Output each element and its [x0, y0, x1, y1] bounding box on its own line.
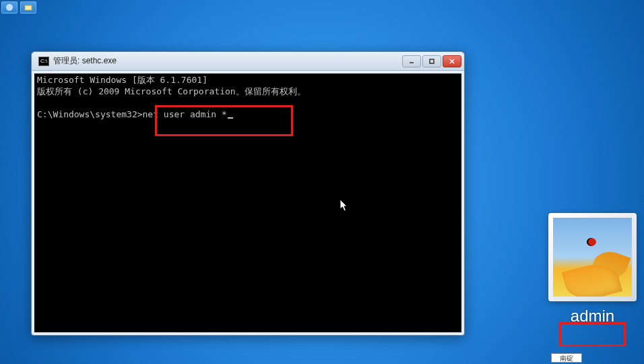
cmd-icon: C:\	[38, 57, 49, 66]
titlebar[interactable]: C:\ 管理员: sethc.exe	[32, 52, 464, 71]
user-tile[interactable]: admin	[548, 213, 637, 326]
minimize-button[interactable]	[402, 55, 421, 67]
avatar	[553, 218, 632, 297]
window-controls	[402, 55, 461, 67]
start-orb-icon[interactable]	[1, 1, 18, 13]
terminal-header-2: 版权所有 (c) 2009 Microsoft Corporation。保留所有…	[37, 86, 459, 98]
terminal-blank	[37, 98, 459, 109]
svg-rect-1	[25, 5, 32, 10]
terminal-body[interactable]: Microsoft Windows [版本 6.1.7601] 版权所有 (c)…	[34, 73, 461, 332]
close-button[interactable]	[443, 55, 461, 67]
explorer-icon[interactable]	[20, 1, 36, 13]
annotation-username-highlight	[559, 322, 626, 346]
terminal-prompt-line: C:\Windows\system32>net user admin *	[37, 109, 459, 121]
terminal-cursor	[228, 117, 233, 119]
terminal-header-1: Microsoft Windows [版本 6.1.7601]	[37, 75, 459, 86]
maximize-button[interactable]	[422, 55, 441, 67]
cmd-window: C:\ 管理员: sethc.exe Microsoft Windows [版本…	[31, 51, 465, 336]
svg-point-0	[6, 4, 13, 11]
taskbar-icons	[0, 0, 38, 15]
window-title: 管理员: sethc.exe	[53, 55, 402, 67]
terminal-command: net user admin *	[143, 109, 227, 119]
terminal-prompt: C:\Windows\system32>	[37, 109, 143, 119]
username-label: admin	[548, 307, 637, 326]
avatar-frame	[548, 213, 637, 301]
bottom-widget-label[interactable]: 南碇	[551, 353, 582, 363]
svg-rect-3	[430, 59, 434, 63]
